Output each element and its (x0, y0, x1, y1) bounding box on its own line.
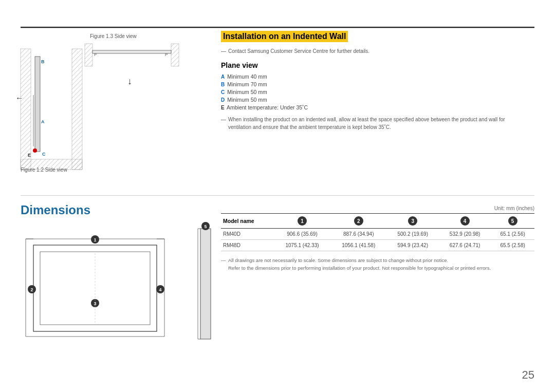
spec-item-a: A Minimum 40 mm (221, 73, 534, 80)
header-badge-5: 5 (508, 216, 517, 226)
contact-note: Contact Samsung Customer Service Centre … (221, 48, 534, 54)
dimension-front-diagram: 1 2 3 4 (21, 223, 170, 347)
page-number: 25 (522, 368, 534, 382)
installation-title: Installation on an Indented Wall (221, 31, 348, 42)
figure-12-label: Figure 1.2 Side view (21, 167, 67, 173)
spec-letter-e: E (221, 105, 225, 110)
svg-text:4: 4 (159, 287, 161, 292)
table-header-row: Model name 1 2 3 4 5 (221, 214, 534, 229)
model-rm48d: RM48D (221, 240, 274, 251)
spec-item-d: D Minimum 50 mm (221, 97, 534, 103)
svg-rect-3 (92, 50, 171, 53)
svg-text:2: 2 (30, 287, 33, 292)
svg-text:E: E (28, 153, 31, 158)
rm48d-col5: 65.5 (2.58) (491, 240, 534, 251)
svg-rect-8 (72, 49, 82, 170)
spec-letter-d: D (221, 97, 225, 103)
rm48d-col4: 627.6 (24.71) (439, 240, 491, 251)
svg-text:C: C (42, 152, 46, 157)
svg-text:B: B (41, 59, 45, 64)
svg-text:5: 5 (204, 224, 207, 229)
spec-item-e: E Ambient temperature: Under 35˚C (221, 104, 534, 110)
installation-note: When installing the product on an indent… (221, 116, 509, 131)
spec-text-d: Minimum 50 mm (227, 97, 267, 103)
header-badge-3: 3 (408, 216, 417, 226)
rm48d-col3: 594.9 (23.42) (387, 240, 439, 251)
header-badge-2: 2 (354, 216, 363, 226)
svg-text:P: P (94, 52, 97, 57)
unit-label: Unit: mm (inches) (221, 206, 534, 211)
table-row-rm48d: RM48D 1075.1 (42.33) 1056.1 (41.58) 594.… (221, 240, 534, 251)
rm40d-col5: 65.1 (2.56) (491, 229, 534, 240)
table-section: Unit: mm (inches) Model name 1 2 3 4 (221, 206, 534, 272)
dimensions-table: Model name 1 2 3 4 5 (221, 213, 534, 251)
figure-12-diagram: B A C E (21, 49, 82, 162)
figure-13-diagram: P P (85, 41, 177, 69)
down-arrow-icon: ↓ (127, 76, 132, 87)
spec-item-b: B Minimum 70 mm (221, 81, 534, 87)
dimension-side-diagram: 5 (193, 223, 213, 344)
rm48d-col2: 1056.1 (41.58) (330, 240, 387, 251)
spec-letter-b: B (221, 82, 225, 87)
spec-item-c: C Minimum 50 mm (221, 89, 534, 95)
rm48d-col1: 1075.1 (42.33) (274, 240, 330, 251)
svg-rect-2 (171, 44, 179, 66)
spec-text-e: Ambient temperature: Under 35˚C (227, 104, 308, 110)
svg-text:1: 1 (94, 237, 96, 242)
spec-text-c: Minimum 50 mm (227, 89, 267, 95)
rm40d-col4: 532.9 (20.98) (439, 229, 491, 240)
spec-text-b: Minimum 70 mm (227, 81, 267, 87)
header-badge-1: 1 (298, 216, 307, 226)
top-rule-thin (21, 28, 534, 28)
spec-letter-c: C (221, 89, 225, 95)
col-1: 1 (274, 214, 330, 229)
spec-letter-a: A (221, 74, 225, 80)
col-model-name: Model name (221, 214, 274, 229)
rm40d-col1: 906.6 (35.69) (274, 229, 330, 240)
model-rm40d: RM40D (221, 229, 274, 240)
svg-rect-10 (35, 57, 40, 152)
col-3: 3 (387, 214, 439, 229)
svg-rect-34 (200, 229, 211, 339)
spec-list: A Minimum 40 mm B Minimum 70 mm C Minimu… (221, 73, 534, 110)
svg-rect-7 (21, 49, 31, 170)
col-2: 2 (330, 214, 387, 229)
svg-text:A: A (41, 119, 45, 124)
table-row-rm40d: RM40D 906.6 (35.69) 887.6 (34.94) 500.2 … (221, 229, 534, 240)
svg-point-15 (33, 148, 37, 153)
svg-text:P: P (165, 52, 168, 57)
col-4: 4 (439, 214, 491, 229)
installation-section: Installation on an Indented Wall Contact… (221, 31, 534, 131)
plane-view-title: Plane view (221, 61, 534, 69)
mid-divider (21, 195, 534, 196)
dimensions-title: Dimensions (21, 203, 90, 217)
table-note-text: All drawings are not necessarily to scal… (228, 257, 491, 271)
rm40d-col2: 887.6 (34.94) (330, 229, 387, 240)
header-badge-4: 4 (460, 216, 470, 226)
spec-text-a: Minimum 40 mm (227, 73, 267, 80)
table-note: All drawings are not necessarily to scal… (221, 256, 534, 272)
col-5: 5 (491, 214, 534, 229)
figure-13-label: Figure 1.3 Side view (90, 33, 137, 39)
rm40d-col3: 500.2 (19.69) (387, 229, 439, 240)
